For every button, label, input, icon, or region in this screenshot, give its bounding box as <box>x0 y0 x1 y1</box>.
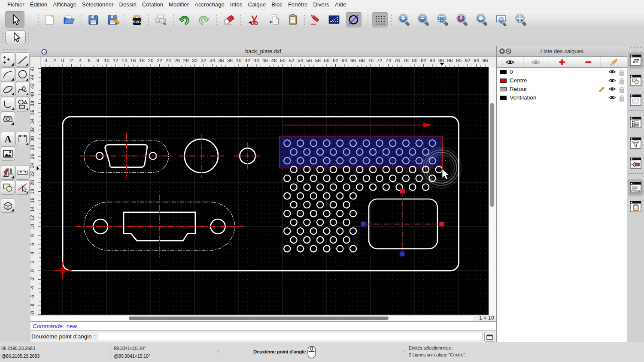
clipboard-paste-icon <box>286 12 300 27</box>
hide-all-layers-button[interactable] <box>523 57 550 68</box>
block-tools-button[interactable] <box>1 180 15 195</box>
block-list-toggle[interactable] <box>630 75 641 86</box>
previous-view-button[interactable] <box>474 12 489 27</box>
document-titlebar[interactable]: back_plate.dxf <box>30 46 496 57</box>
drawing-canvas[interactable] <box>41 67 489 315</box>
toolbar-drag-handle[interactable] <box>28 32 29 43</box>
delete-button[interactable] <box>222 12 237 27</box>
lock-icon[interactable] <box>619 86 625 93</box>
menu-fichier[interactable]: Fichier <box>7 1 24 8</box>
print-preview-button[interactable] <box>153 12 168 27</box>
edit-layer-button[interactable] <box>601 57 627 68</box>
image-tool-button[interactable] <box>1 146 15 161</box>
draw-order-button[interactable] <box>307 12 323 27</box>
zoom-out-button[interactable] <box>416 12 431 27</box>
viewport-tools-button[interactable] <box>1 198 15 213</box>
horizontal-scrollbar[interactable] <box>30 315 473 321</box>
horizontal-scrollbar-thumb[interactable] <box>129 317 389 320</box>
menu-cotation[interactable]: Cotation <box>142 1 163 8</box>
clipboard-toggle[interactable] <box>630 201 641 212</box>
spline-tool-button[interactable] <box>15 82 30 97</box>
command-line-toggle[interactable]: c command <box>630 182 641 193</box>
text-tool-button[interactable]: A <box>1 132 15 146</box>
save-as-button[interactable] <box>105 12 120 27</box>
select-tools-button[interactable] <box>15 180 30 195</box>
menu-accrochage[interactable]: Accrochage <box>194 1 225 8</box>
vertical-scrollbar[interactable] <box>489 67 496 315</box>
menu-selectionner[interactable]: Sélectionner <box>82 1 113 8</box>
layer-row-ventilation[interactable]: Ventilation <box>497 94 627 102</box>
command-history-value: new <box>67 323 77 329</box>
layer-panel-header[interactable]: Liste des calques <box>497 46 627 57</box>
svg-text:52: 52 <box>289 58 295 63</box>
line-tool-button[interactable] <box>15 52 30 67</box>
dock-drag-handle[interactable] <box>630 47 642 48</box>
selection-filter-toggle[interactable] <box>630 137 641 149</box>
dimension-tool-button[interactable] <box>15 132 30 146</box>
property-editor-toggle[interactable] <box>630 117 641 128</box>
hatch-tool-button[interactable] <box>1 112 15 126</box>
copy-button[interactable] <box>266 12 281 27</box>
library-browser-toggle[interactable] <box>630 94 641 106</box>
zoom-out-icon <box>416 12 431 27</box>
new-file-button[interactable] <box>42 12 57 27</box>
eye-icon[interactable] <box>608 86 616 92</box>
arc-tool-button[interactable] <box>1 67 15 82</box>
pan-button[interactable] <box>513 12 529 27</box>
menu-calque[interactable]: Calque <box>248 1 266 8</box>
cut-button[interactable] <box>246 12 261 27</box>
measure-tool-button[interactable] <box>15 165 30 180</box>
paste-button[interactable] <box>285 12 301 27</box>
zoom-auto-button[interactable] <box>435 12 450 27</box>
menu-fenetre[interactable]: Fenêtre <box>288 1 308 8</box>
zoom-selection-button[interactable] <box>454 12 470 27</box>
draft-mode-button[interactable] <box>346 12 361 27</box>
svg-text:-4: -4 <box>30 286 35 290</box>
save-button[interactable] <box>85 12 101 27</box>
menu-aide[interactable]: Aide <box>335 1 346 8</box>
menu-affichage[interactable]: Affichage <box>53 1 76 8</box>
points-tool-button[interactable] <box>1 52 15 67</box>
eye-icon[interactable] <box>608 69 616 75</box>
lock-icon[interactable] <box>619 69 625 76</box>
palette-drag-handle[interactable] <box>3 49 27 50</box>
zoom-in-button[interactable] <box>396 12 412 27</box>
add-layer-button[interactable] <box>549 57 575 68</box>
menu-dessin[interactable]: Dessin <box>119 1 137 8</box>
menu-bloc[interactable]: Bloc <box>271 1 283 8</box>
shapes-tool-button[interactable] <box>15 97 30 112</box>
view-toggle[interactable] <box>630 157 641 169</box>
circle-tool-button[interactable] <box>15 67 30 82</box>
drawing-preferences-button[interactable] <box>326 12 342 27</box>
vertical-scrollbar-thumb[interactable] <box>490 103 494 207</box>
eye-icon[interactable] <box>608 95 616 100</box>
lock-icon[interactable] <box>619 95 625 102</box>
layer-row-centre[interactable]: Centre <box>497 76 627 85</box>
zoom-window-button[interactable] <box>493 12 509 27</box>
command-input[interactable] <box>97 333 483 341</box>
svg-export-button[interactable]: SVG <box>129 12 145 27</box>
select-tool-button[interactable] <box>5 11 24 28</box>
menu-edition[interactable]: Édition <box>30 1 47 8</box>
svg-text:26: 26 <box>30 154 35 159</box>
show-all-layers-button[interactable] <box>497 57 523 68</box>
menu-divers[interactable]: Divers <box>313 1 329 8</box>
layer-list-toggle[interactable] <box>630 54 641 66</box>
selection-arrow-button[interactable] <box>5 30 26 44</box>
menu-infos[interactable]: Infos <box>230 1 243 8</box>
redo-button[interactable] <box>196 12 212 27</box>
command-window-toggle-button[interactable] <box>484 332 495 342</box>
modify-tools-button[interactable] <box>1 165 15 180</box>
open-file-button[interactable] <box>61 12 77 27</box>
grid-toggle-button[interactable] <box>372 12 388 27</box>
undo-button[interactable] <box>176 12 192 27</box>
layer-row-retour[interactable]: Retour <box>497 85 627 94</box>
eye-icon[interactable] <box>608 78 616 83</box>
ellipse-tool-button[interactable] <box>1 82 15 97</box>
toolbar-drag-handle[interactable] <box>2 32 3 43</box>
polyline-tool-button[interactable] <box>1 97 15 112</box>
layer-row-0[interactable]: 0 <box>497 68 627 76</box>
remove-layer-button[interactable] <box>575 57 601 68</box>
menu-modifier[interactable]: Modifier <box>169 1 189 8</box>
lock-icon[interactable] <box>619 78 625 84</box>
